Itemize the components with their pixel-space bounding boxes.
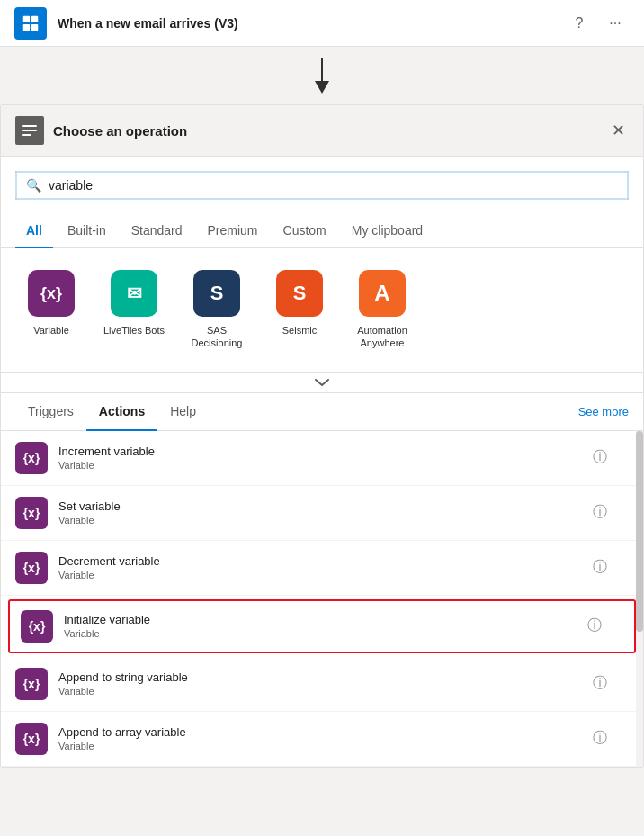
filter-tab-builtin[interactable]: Built-in [57,214,117,248]
info-icon-initialize[interactable]: ⓘ [587,616,602,635]
filter-tab-myclipboard[interactable]: My clipboard [341,214,434,248]
connector-livetiles-icon: ✉ [111,270,157,317]
action-icon-decrement-variable: {x} [15,552,48,584]
connector-automation-anywhere-label: AutomationAnywhere [357,324,407,350]
action-item-append-string-variable[interactable]: {x} Append to string variable Variable ⓘ [1,657,643,712]
app-icon [14,7,47,40]
svg-marker-5 [315,81,329,94]
action-item-set-variable[interactable]: {x} Set variable Variable ⓘ [1,486,643,541]
tab-actions[interactable]: Actions [86,393,157,431]
close-panel-button[interactable]: ✕ [608,117,629,144]
action-text-increment-variable: Increment variable Variable [58,445,593,471]
top-header: When a new email arrives (V3) ? ··· [0,0,644,47]
scrollbar-track[interactable] [636,431,643,767]
info-icon-append-string[interactable]: ⓘ [593,674,607,693]
connectors-grid: {x} Variable ✉ LiveTiles Bots S SASDecis… [15,263,629,357]
action-icon-initialize-variable: {x} [21,610,53,643]
action-icon-increment-variable: {x} [15,442,48,474]
action-name-append-array: Append to array variable [58,725,593,739]
connector-seismic-label: Seismic [282,324,318,337]
filter-tab-all[interactable]: All [15,214,53,248]
info-icon-increment[interactable]: ⓘ [593,448,607,467]
action-text-set-variable: Set variable Variable [58,499,593,526]
connector-livetiles[interactable]: ✉ LiveTiles Bots [98,263,170,357]
more-options-button[interactable]: ··· [601,9,630,38]
panel-header: Choose an operation ✕ [1,105,643,157]
connector-variable-label: Variable [33,324,69,337]
filter-tab-premium[interactable]: Premium [197,214,269,248]
action-text-initialize-variable: Initialize variable Variable [64,613,587,639]
action-item-initialize-variable[interactable]: {x} Initialize variable Variable ⓘ [8,599,636,653]
action-name-set: Set variable [58,499,593,513]
connector-seismic[interactable]: S Seismic [264,263,335,357]
action-item-increment-variable[interactable]: {x} Increment variable Variable ⓘ [1,431,643,486]
scrollbar-thumb[interactable] [636,431,643,633]
collapse-chevron[interactable] [1,373,643,393]
action-name-decrement: Decrement variable [58,554,593,568]
action-name-initialize: Initialize variable [64,613,587,626]
filter-tabs: All Built-in Standard Premium Custom My … [1,214,643,248]
flow-title: When a new email arrives (V3) [58,16,565,31]
action-tabs: Triggers Actions Help See more [1,393,643,431]
svg-rect-0 [23,15,30,22]
flow-arrow [0,47,644,104]
connector-livetiles-label: LiveTiles Bots [103,324,165,337]
info-icon-set[interactable]: ⓘ [593,503,607,522]
connector-sas-icon: S [193,270,240,317]
tab-help[interactable]: Help [157,393,209,431]
connector-automation-anywhere-icon: A [359,270,406,317]
connector-seismic-icon: S [276,270,323,317]
action-text-append-string: Append to string variable Variable [58,670,593,697]
svg-rect-2 [23,23,30,30]
operation-panel: Choose an operation ✕ 🔍 All Built-in Sta… [0,104,644,768]
tab-triggers[interactable]: Triggers [15,393,86,431]
panel-header-icon [15,116,44,145]
action-item-decrement-variable[interactable]: {x} Decrement variable Variable ⓘ [1,541,643,596]
action-icon-append-string: {x} [15,668,48,700]
connector-automation-anywhere[interactable]: A AutomationAnywhere [346,263,418,357]
action-name-append-string: Append to string variable [58,670,593,684]
connectors-grid-section: {x} Variable ✉ LiveTiles Bots S SASDecis… [1,248,643,373]
search-icon: 🔍 [26,178,41,193]
svg-rect-6 [22,125,37,127]
action-sub-decrement: Variable [58,570,593,580]
connector-variable-icon: {x} [28,270,75,317]
info-icon-append-array[interactable]: ⓘ [593,729,607,748]
connector-variable[interactable]: {x} Variable [15,263,87,357]
filter-tab-custom[interactable]: Custom [273,214,337,248]
search-box: 🔍 [15,171,629,200]
connector-sas[interactable]: S SASDecisioning [181,263,253,357]
see-more-button[interactable]: See more [578,394,629,429]
search-section: 🔍 [1,157,643,214]
help-button[interactable]: ? [565,9,594,38]
svg-rect-8 [22,134,31,136]
action-text-append-array: Append to array variable Variable [58,725,593,751]
panel-title: Choose an operation [53,123,608,139]
svg-rect-7 [22,130,37,131]
svg-rect-3 [31,23,38,30]
svg-rect-1 [31,15,38,22]
action-sub-set: Variable [58,515,593,526]
action-sub-append-array: Variable [58,741,593,751]
action-text-decrement-variable: Decrement variable Variable [58,554,593,580]
action-icon-set-variable: {x} [15,497,48,529]
search-input[interactable] [49,178,618,193]
filter-tab-standard[interactable]: Standard [121,214,193,248]
header-actions: ? ··· [565,9,630,38]
action-sub-increment: Variable [58,460,593,471]
action-sub-append-string: Variable [58,686,593,697]
action-item-append-array-variable[interactable]: {x} Append to array variable Variable ⓘ [1,712,643,767]
connector-sas-label: SASDecisioning [192,324,243,350]
action-name-increment: Increment variable [58,445,593,458]
action-icon-append-array: {x} [15,723,48,755]
info-icon-decrement[interactable]: ⓘ [593,558,607,577]
action-sub-initialize: Variable [64,628,587,639]
actions-list: {x} Increment variable Variable ⓘ {x} Se… [1,431,643,767]
